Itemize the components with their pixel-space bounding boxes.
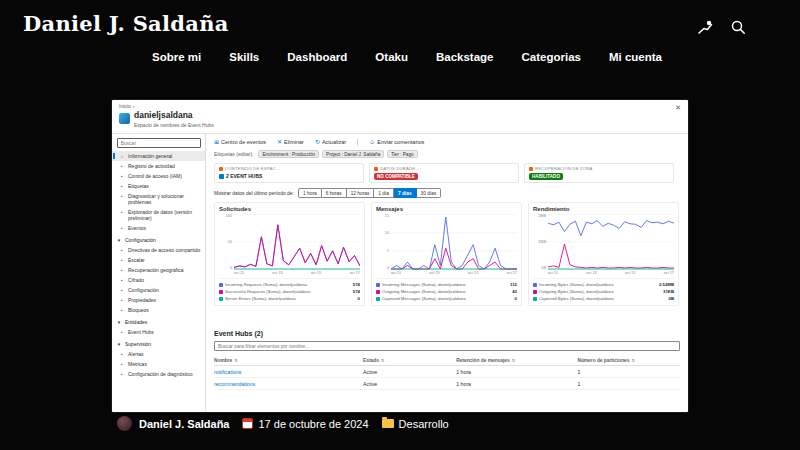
sidebar-item-configuracion[interactable]: ▪Configuración <box>112 285 205 295</box>
sidebar-section-entidades[interactable]: ▾Entidades <box>112 315 205 327</box>
refresh-icon: ↻ <box>315 139 320 145</box>
event-hub-link[interactable]: notifications <box>214 369 363 375</box>
sidebar-item-control-de-acceso-iam[interactable]: ▪Control de acceso (IAM) <box>112 171 205 181</box>
legend-label: Server Errors (Suma), danieljsaldana <box>225 296 356 301</box>
resource-icon <box>529 167 533 171</box>
sidebar-item-etiquetas[interactable]: ▪Etiquetas <box>112 181 205 191</box>
tag-tier-pago[interactable]: Tier : Pago <box>387 150 417 158</box>
close-icon[interactable]: ✕ <box>675 104 681 112</box>
sidebar-item-event-hubs[interactable]: ▪Event Hubs <box>112 327 205 337</box>
sidebar-item-configuracion-de-diagnostico[interactable]: ▪Configuración de diagnóstico <box>112 369 205 379</box>
sidebar-section-supervision[interactable]: ▾Supervisión <box>112 337 205 349</box>
tag-environment-produccion[interactable]: Environment : Producción <box>258 150 319 158</box>
stargazer-icon[interactable] <box>697 19 713 35</box>
sidebar-item-label: Información general <box>128 153 201 159</box>
chart-rendimiento[interactable]: Rendimiento2MB1MB0Boct 11oct 13oct 15oct… <box>528 202 679 306</box>
event-hubs-filter-input[interactable] <box>214 341 680 351</box>
column-header-retencion-de-mensajes[interactable]: Retención de mensajes⇅ <box>456 358 577 363</box>
stat-contenido-de-espac: CONTENIDO DE ESPAC...2 EVENT HUBS <box>214 163 364 183</box>
toolbar-centro-de-eventos[interactable]: ⊞Centro de eventos <box>214 139 266 145</box>
legend-item[interactable]: Outgoing Messages (Suma), danieljsaldana… <box>376 288 517 295</box>
nav-item-dashboard[interactable]: Dashboard <box>287 51 347 63</box>
partitions-cell: 1 <box>577 381 680 387</box>
sidebar-item-directivas-de-acceso-compartido[interactable]: ▪Directivas de acceso compartido <box>112 245 205 255</box>
nav-item-categorias[interactable]: Categorias <box>522 51 581 63</box>
stat-value-text: 2 EVENT HUBS <box>226 173 262 179</box>
chevron-down-icon: ▾ <box>116 341 122 347</box>
period-6-horas[interactable]: 6 horas <box>322 188 347 198</box>
sidebar-item-diagnosticar-y-solucionar-problemas[interactable]: ▪Diagnosticar y solucionar problemas <box>112 191 205 207</box>
tag-project-daniel-j-saldana[interactable]: Project : Daniel J. Saldaña <box>322 150 384 158</box>
sidebar-search-input[interactable] <box>117 138 201 148</box>
sidebar-item-informacion-general[interactable]: ⌂Información general <box>112 151 205 161</box>
legend-item[interactable]: Incoming Messages (Suma), danieljsaldana… <box>376 281 517 288</box>
properties-icon: ▪ <box>119 297 125 303</box>
legend-item[interactable]: Server Errors (Suma), danieljsaldana0 <box>219 295 360 302</box>
legend-value: 0 <box>515 296 517 301</box>
period-30-dias[interactable]: 30 días <box>417 188 442 198</box>
sidebar-item-label: Eventos <box>128 225 201 231</box>
column-header-estado[interactable]: Estado⇅ <box>363 358 456 363</box>
period-1-dia[interactable]: 1 día <box>374 188 394 198</box>
legend-value: 112 <box>510 282 517 287</box>
y-axis-labels: 151050 <box>376 214 391 270</box>
author-avatar[interactable] <box>117 416 132 431</box>
metrics-icon: ▪ <box>119 361 125 367</box>
period-7-dias[interactable]: 7 días <box>394 188 417 198</box>
sidebar-item-metricas[interactable]: ▪Métricas <box>112 359 205 369</box>
legend-item[interactable]: Successful Requests (Suma), danieljsalda… <box>219 288 360 295</box>
column-header-nombre[interactable]: Nombre⇅ <box>214 358 363 363</box>
sidebar-section-configuracion[interactable]: ▾Configuración <box>112 233 205 245</box>
author-name[interactable]: Daniel J. Saldaña <box>139 418 229 430</box>
search-icon[interactable] <box>730 19 746 35</box>
tags-label[interactable]: Etiquetas (editar): <box>214 151 253 157</box>
legend-value: 43 <box>512 289 517 294</box>
y-tick-label: 2MB <box>533 214 546 218</box>
sidebar-item-explorador-de-datos-version-preliminar[interactable]: ▪Explorador de datos (versión preliminar… <box>112 207 205 223</box>
table-row[interactable]: notificationsActive1 hora1 <box>214 366 680 378</box>
toolbar-actualizar[interactable]: ↻Actualizar <box>315 139 346 145</box>
legend-item[interactable]: Captured Messages (Suma), danieljsaldana… <box>376 295 517 302</box>
sidebar-item-escalar[interactable]: ▪Escalar <box>112 255 205 265</box>
portal-sidebar: ⌂Información general▪Registro de activid… <box>112 134 206 411</box>
sidebar-item-alertas[interactable]: ▪Alertas <box>112 349 205 359</box>
sidebar-item-bloqueos[interactable]: ▪Bloqueos <box>112 305 205 315</box>
period-12-horas[interactable]: 12 horas <box>347 188 375 198</box>
toolbar-eliminar[interactable]: ✕Eliminar <box>277 139 304 145</box>
chart-title: Mensajes <box>376 206 517 212</box>
column-label: Nombre <box>214 358 232 363</box>
sidebar-item-registro-de-actividad[interactable]: ▪Registro de actividad <box>112 161 205 171</box>
tags-row: Etiquetas (editar): Environment : Produc… <box>214 150 418 158</box>
stat-datos-durade: DATOS DURADE...NO COMPATIBLE <box>369 163 519 183</box>
chart-solicitudes[interactable]: Solicitudes100500oct 11oct 13oct 15oct 1… <box>214 202 365 306</box>
nav-item-backstage[interactable]: Backstage <box>436 51 494 63</box>
sidebar-item-eventos[interactable]: ▪Eventos <box>112 223 205 233</box>
status-cell: Active <box>363 381 456 387</box>
post-meta: Daniel J. Saldaña 17 de octubre de 2024 … <box>117 416 449 431</box>
table-row[interactable]: recommendationsActive1 hora1 <box>214 378 680 390</box>
nav-item-skills[interactable]: Skills <box>229 51 259 63</box>
legend-value: 574 <box>353 289 360 294</box>
nav-item-sobre-mi[interactable]: Sobre mi <box>152 51 201 63</box>
table-header-row: Nombre⇅Estado⇅Retención de mensajes⇅Núme… <box>214 356 680 366</box>
legend-item[interactable]: Incoming Requests (Suma), danieljsaldana… <box>219 281 360 288</box>
sidebar-item-cifrado[interactable]: ▪Cifrado <box>112 275 205 285</box>
legend-item[interactable]: Incoming Bytes (Suma), danieljsaldana2.5… <box>533 281 674 288</box>
resource-icon <box>219 167 223 171</box>
event-hub-link[interactable]: recommendations <box>214 381 363 387</box>
legend-item[interactable]: Captured Bytes (Suma), danieljsaldana0B <box>533 295 674 302</box>
sidebar-item-recuperacion-geografica[interactable]: ▪Recuperación geográfica <box>112 265 205 275</box>
nav-item-mi-cuenta[interactable]: Mi cuenta <box>609 51 662 63</box>
toolbar-enviar-comentarios[interactable]: ☺Enviar comentarios <box>369 139 424 145</box>
legend-item[interactable]: Outgoing Bytes (Suma), danieljsaldana31K… <box>533 288 674 295</box>
site-logo[interactable]: Daniel J. Saldaña <box>23 11 229 36</box>
breadcrumb[interactable]: Inicio› <box>119 103 134 109</box>
chart-mensajes[interactable]: Mensajes151050oct 11oct 13oct 15oct 17In… <box>371 202 522 306</box>
column-header-numero-de-particiones[interactable]: Número de particiones⇅ <box>577 358 680 363</box>
partitions-cell: 1 <box>577 369 680 375</box>
post-category[interactable]: Desarrollo <box>399 418 449 430</box>
period-1-hora[interactable]: 1 hora <box>298 188 322 198</box>
breadcrumb-home[interactable]: Inicio <box>119 103 131 109</box>
nav-item-otaku[interactable]: Otaku <box>375 51 408 63</box>
sidebar-item-propiedades[interactable]: ▪Propiedades <box>112 295 205 305</box>
